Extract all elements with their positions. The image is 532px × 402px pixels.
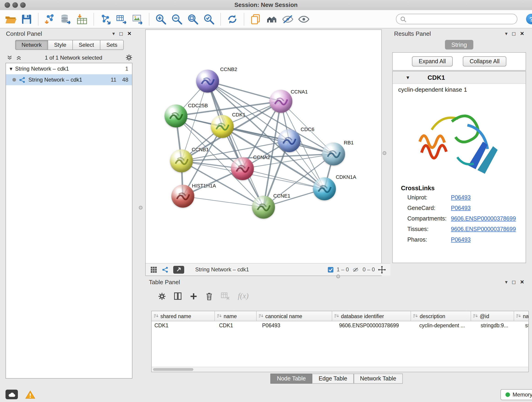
annotations-icon[interactable] xyxy=(250,13,262,25)
column-header-database-identifier[interactable]: database identifier xyxy=(332,311,411,321)
results-tab-string[interactable]: String xyxy=(445,40,473,50)
panel-float-icon[interactable]: ◻ xyxy=(512,279,516,285)
collapse-all-button[interactable]: Collapse All xyxy=(463,56,507,66)
panel-close-icon[interactable]: ✕ xyxy=(520,31,524,36)
table-row[interactable]: CDK1 CDK1 P06493 9606.ENSP00000378699 cy… xyxy=(152,321,528,331)
tab-style[interactable]: Style xyxy=(48,40,73,50)
checkbox-icon[interactable] xyxy=(327,267,333,273)
cell-database-identifier[interactable]: 9606.ENSP00000378699 xyxy=(336,321,417,331)
panel-close-icon[interactable]: ✕ xyxy=(127,31,132,36)
network-from-table-icon[interactable] xyxy=(115,13,127,25)
cell-namespace[interactable]: stringdb xyxy=(522,321,529,331)
refresh-layout-icon[interactable] xyxy=(226,13,238,25)
column-header-namespace[interactable]: namespac xyxy=(514,311,529,321)
cloud-button[interactable] xyxy=(6,390,18,399)
network-node-CDKN1A[interactable] xyxy=(313,177,336,200)
crosslink-uniprot-link[interactable]: P06493 xyxy=(451,194,471,201)
warning-icon[interactable] xyxy=(25,390,35,399)
tab-select[interactable]: Select xyxy=(73,40,100,50)
crosslink-pharos-link[interactable]: P06493 xyxy=(451,236,471,243)
network-collection-row[interactable]: ▾ String Network – cdk1 1 xyxy=(6,63,132,74)
disclosure-triangle-icon[interactable]: ▾ xyxy=(10,65,12,72)
zoom-fit-icon[interactable] xyxy=(187,13,199,25)
column-header-shared-name[interactable]: shared name xyxy=(152,311,215,321)
network-node-CCNA1[interactable] xyxy=(269,90,292,113)
network-tree: ▾ String Network – cdk1 1 String Network… xyxy=(6,63,133,379)
columns-icon[interactable] xyxy=(174,292,182,300)
network-node-CCNB1[interactable] xyxy=(170,149,193,172)
column-header-canonical-name[interactable]: canonical name xyxy=(257,311,332,321)
column-header-description[interactable]: description xyxy=(411,311,471,321)
cell-id[interactable]: stringdb:9... xyxy=(478,321,522,331)
expand-rows-icon[interactable] xyxy=(7,55,12,60)
search-input[interactable] xyxy=(409,15,513,23)
disclosure-triangle-icon[interactable]: ▾ xyxy=(406,74,409,81)
toolbar-separator xyxy=(94,13,94,26)
show-eye-icon[interactable] xyxy=(298,13,310,25)
network-node-CCNE1[interactable] xyxy=(252,196,275,219)
help-icon[interactable]: ? xyxy=(526,14,532,24)
save-session-icon[interactable] xyxy=(21,13,32,25)
network-node-CDC6[interactable] xyxy=(278,129,301,152)
gear-icon[interactable] xyxy=(126,54,133,61)
cell-name[interactable]: CDK1 xyxy=(216,321,259,331)
panel-close-icon[interactable]: ✕ xyxy=(520,279,524,285)
import-network-file-icon[interactable] xyxy=(44,13,56,25)
cell-canonical-name[interactable]: P06493 xyxy=(259,321,336,331)
crosslink-tissues-link[interactable]: 9606.ENSP00000378699 xyxy=(451,226,516,232)
new-network-icon[interactable] xyxy=(99,13,111,25)
zoom-out-icon[interactable] xyxy=(171,13,183,25)
delete-icon[interactable] xyxy=(205,292,213,300)
show-all-networks-icon[interactable] xyxy=(266,13,278,25)
memory-button[interactable]: Memory xyxy=(500,389,532,400)
protein-section-header[interactable]: ▾ CDK1 xyxy=(393,71,526,84)
import-table-icon[interactable] xyxy=(76,13,88,25)
add-icon[interactable] xyxy=(190,292,197,300)
tab-edge-table[interactable]: Edge Table xyxy=(312,374,354,384)
scrollbar-thumb[interactable] xyxy=(153,368,193,371)
splitter-handle[interactable] xyxy=(139,206,143,210)
panel-float-icon[interactable]: ◻ xyxy=(119,31,123,36)
tab-node-table[interactable]: Node Table xyxy=(271,374,312,384)
eye-slash-icon[interactable] xyxy=(352,267,360,273)
network-node-CDC25B[interactable] xyxy=(165,104,187,128)
tab-sets[interactable]: Sets xyxy=(100,40,124,50)
panel-menu-icon[interactable]: ▾ xyxy=(505,31,507,36)
panel-float-icon[interactable]: ◻ xyxy=(512,31,516,36)
crosshair-icon[interactable] xyxy=(378,266,386,274)
import-network-database-icon[interactable] xyxy=(60,13,72,25)
cell-description[interactable]: cyclin-dependent ... xyxy=(417,321,478,331)
gear-icon[interactable] xyxy=(158,292,166,300)
network-node-HIST1H1A[interactable] xyxy=(171,185,194,208)
share-icon[interactable] xyxy=(162,266,169,273)
network-node-CDK1[interactable] xyxy=(211,115,234,138)
zoom-in-icon[interactable] xyxy=(155,13,167,25)
column-header-name[interactable]: name xyxy=(215,311,257,321)
network-node-CCNA2[interactable] xyxy=(231,157,254,180)
network-node-CCNB2[interactable] xyxy=(196,70,219,93)
expand-all-button[interactable]: Expand All xyxy=(412,56,453,66)
horizontal-scrollbar[interactable] xyxy=(152,367,528,372)
crosslink-compartments-link[interactable]: 9606.ENSP00000378699 xyxy=(451,216,516,222)
export-image-icon[interactable] xyxy=(132,13,143,25)
help-label: ? xyxy=(529,15,532,23)
tab-network[interactable]: Network xyxy=(15,40,48,50)
tab-network-table[interactable]: Network Table xyxy=(354,374,403,384)
splitter-handle[interactable] xyxy=(383,151,386,155)
splitter-handle[interactable] xyxy=(336,274,340,278)
network-node-RB1[interactable] xyxy=(322,143,345,166)
zoom-selected-icon[interactable] xyxy=(203,13,215,25)
open-session-icon[interactable] xyxy=(5,13,17,25)
crosslink-genecard-link[interactable]: P06493 xyxy=(451,205,471,211)
panel-menu-icon[interactable]: ▾ xyxy=(505,279,507,285)
hide-eye-icon[interactable] xyxy=(282,13,294,25)
panel-menu-icon[interactable]: ▾ xyxy=(112,31,115,36)
collapse-rows-icon[interactable] xyxy=(16,55,22,60)
network-row[interactable]: String Network – cdk1 11 48 xyxy=(6,74,132,85)
birdseye-icon[interactable] xyxy=(173,266,184,274)
network-edge-HIST1H1A-CCNE1[interactable] xyxy=(183,196,264,207)
grid-icon[interactable] xyxy=(150,266,157,273)
column-header-id[interactable]: @id xyxy=(471,311,514,321)
network-canvas[interactable]: CCNB2CCNA1CDC25BCDK1CDC6RB1CCNB1CCNA2CDK… xyxy=(146,30,381,264)
cell-shared-name[interactable]: CDK1 xyxy=(152,321,216,331)
